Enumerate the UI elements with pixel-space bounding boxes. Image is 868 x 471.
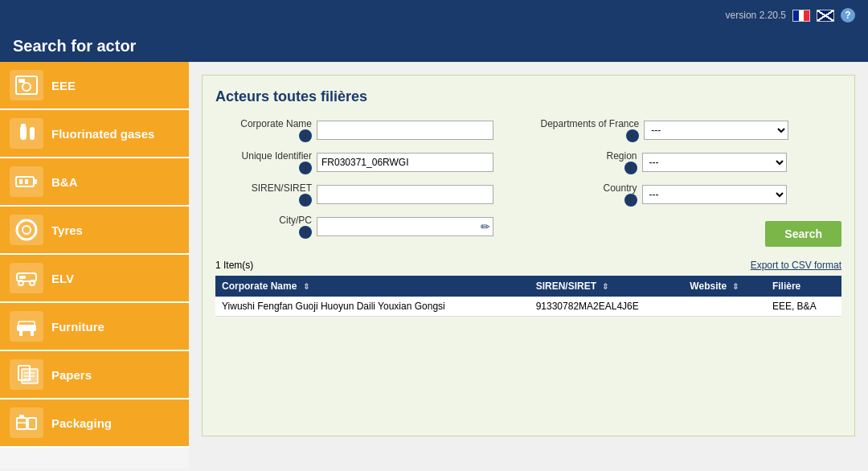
sort-corporate-name-icon[interactable]: ⇕ — [303, 282, 309, 291]
svg-rect-19 — [18, 322, 35, 326]
help-icon[interactable]: ? — [841, 8, 855, 23]
svg-point-11 — [23, 226, 31, 234]
svg-rect-7 — [34, 179, 37, 184]
sidebar-item-elv[interactable]: ELV — [0, 255, 189, 303]
flag-uk-icon[interactable] — [817, 10, 834, 22]
col-corporate-name[interactable]: Corporate Name ⇕ — [215, 276, 530, 297]
unique-identifier-input[interactable] — [317, 153, 493, 172]
svg-rect-28 — [19, 415, 24, 419]
region-select[interactable]: --- — [642, 153, 787, 172]
city-pc-info-icon[interactable]: i — [299, 226, 312, 239]
svg-rect-9 — [25, 179, 28, 184]
siren-siret-info-icon[interactable]: i — [299, 194, 312, 207]
sidebar-item-fluorinated-gases[interactable]: Fluorinated gases — [0, 110, 189, 158]
svg-rect-25 — [17, 418, 27, 429]
sidebar-item-eee[interactable]: EEE — [0, 62, 189, 110]
furniture-icon — [10, 311, 43, 342]
svg-point-10 — [17, 220, 36, 240]
col-website[interactable]: Website ⇕ — [683, 276, 766, 297]
sidebar-item-papers[interactable]: Papers — [0, 351, 189, 399]
siren-siret-label-group: SIREN/SIRET i — [215, 182, 312, 207]
gas-cylinder-icon — [10, 118, 43, 149]
unique-identifier-label: Unique Identifier — [242, 150, 312, 162]
country-label-group: Country i — [541, 182, 637, 207]
page-title: Search for actor — [13, 37, 136, 55]
cell-website — [683, 297, 766, 317]
sidebar-item-furniture-label: Furniture — [51, 320, 104, 334]
city-pc-row: City/PC i ✏ — [215, 215, 517, 239]
results-table: Corporate Name ⇕ SIREN/SIRET ⇕ Website ⇕ — [215, 276, 841, 317]
content-area: Acteurs toutes filières Corporate Name i — [189, 62, 868, 469]
region-row: Region i --- — [541, 150, 842, 174]
sidebar-item-packaging-label: Packaging — [51, 416, 112, 430]
form-left: Corporate Name i Unique Identifier i — [215, 118, 517, 247]
sidebar-item-fluorinated-gases-label: Fluorinated gases — [51, 127, 154, 141]
col-siren-siret[interactable]: SIREN/SIRET ⇕ — [530, 276, 684, 297]
region-info-icon[interactable]: i — [624, 162, 637, 174]
col-filiere[interactable]: Filière — [766, 276, 841, 297]
corporate-name-row: Corporate Name i — [215, 118, 517, 142]
sort-website-icon[interactable]: ⇕ — [732, 282, 739, 291]
region-label: Region — [606, 150, 637, 162]
city-pc-edit-icon[interactable]: ✏ — [481, 220, 490, 233]
departments-france-select[interactable]: --- — [644, 121, 788, 140]
cell-corporate-name: Yiwushi Fengfan Guoji Huoyun Daili Youxi… — [215, 297, 530, 317]
tyre-icon — [10, 215, 43, 245]
unique-identifier-label-group: Unique Identifier i — [215, 150, 312, 174]
svg-rect-26 — [28, 418, 36, 429]
version-bar: version 2.20.5 ? — [0, 0, 868, 31]
svg-point-15 — [30, 281, 35, 285]
city-pc-label: City/PC — [279, 215, 312, 226]
flag-french-icon[interactable] — [792, 10, 810, 22]
eee-icon — [10, 70, 43, 100]
svg-rect-17 — [19, 331, 23, 336]
corporate-name-info-icon[interactable]: i — [299, 129, 312, 142]
sort-siren-siret-icon[interactable]: ⇕ — [602, 282, 608, 291]
corporate-name-label: Corporate Name — [240, 118, 312, 129]
header-right: version 2.20.5 ? — [726, 8, 855, 23]
items-count: 1 Item(s) — [215, 260, 253, 271]
svg-rect-3 — [20, 125, 27, 140]
svg-rect-5 — [21, 124, 26, 126]
search-btn-container: Search — [541, 221, 842, 247]
departments-france-info-icon[interactable]: i — [626, 129, 639, 142]
siren-siret-input[interactable] — [317, 185, 493, 204]
table-body: Yiwushi Fengfan Guoji Huoyun Daili Youxi… — [215, 297, 841, 317]
sidebar-item-furniture[interactable]: Furniture — [0, 303, 189, 351]
search-button[interactable]: Search — [765, 221, 841, 247]
city-pc-input-wrapper: ✏ — [317, 217, 493, 236]
corporate-name-label-group: Corporate Name i — [215, 118, 312, 142]
svg-rect-4 — [30, 127, 35, 140]
table-header: Corporate Name ⇕ SIREN/SIRET ⇕ Website ⇕ — [215, 276, 841, 297]
sidebar-item-tyres-label: Tyres — [51, 223, 83, 237]
elv-icon — [10, 263, 43, 293]
svg-rect-13 — [19, 276, 26, 279]
unique-identifier-row: Unique Identifier i — [215, 150, 517, 174]
city-pc-input[interactable] — [317, 217, 493, 236]
form-right: Departments of France i --- Region i — [541, 118, 842, 247]
corporate-name-input[interactable] — [317, 121, 493, 140]
svg-rect-2 — [18, 79, 25, 83]
sidebar-item-tyres[interactable]: Tyres — [0, 207, 189, 255]
battery-icon — [10, 166, 43, 197]
packaging-icon — [10, 408, 43, 438]
main-layout: EEE Fluorinated gases B&A — [0, 62, 868, 469]
country-label: Country — [603, 182, 637, 194]
unique-identifier-info-icon[interactable]: i — [299, 162, 312, 174]
export-csv-link[interactable]: Export to CSV format — [751, 260, 841, 271]
siren-siret-label: SIREN/SIRET — [252, 182, 312, 194]
svg-point-14 — [18, 281, 23, 285]
sidebar-item-bna[interactable]: B&A — [0, 158, 189, 207]
departments-france-row: Departments of France i --- — [541, 118, 842, 142]
country-info-icon[interactable]: i — [624, 194, 637, 207]
results-header: 1 Item(s) Export to CSV format — [215, 260, 841, 271]
sidebar-item-packaging[interactable]: Packaging — [0, 399, 189, 448]
svg-rect-8 — [19, 179, 23, 184]
panel-title: Acteurs toutes filières — [215, 88, 841, 105]
table-row[interactable]: Yiwushi Fengfan Guoji Huoyun Daili Youxi… — [215, 297, 841, 317]
cell-siren-siret: 91330782MA2EAL4J6E — [530, 297, 684, 317]
svg-point-1 — [23, 83, 31, 91]
table-header-row: Corporate Name ⇕ SIREN/SIRET ⇕ Website ⇕ — [215, 276, 841, 297]
country-select[interactable]: --- — [642, 185, 787, 204]
page-header: Search for actor — [0, 31, 868, 62]
